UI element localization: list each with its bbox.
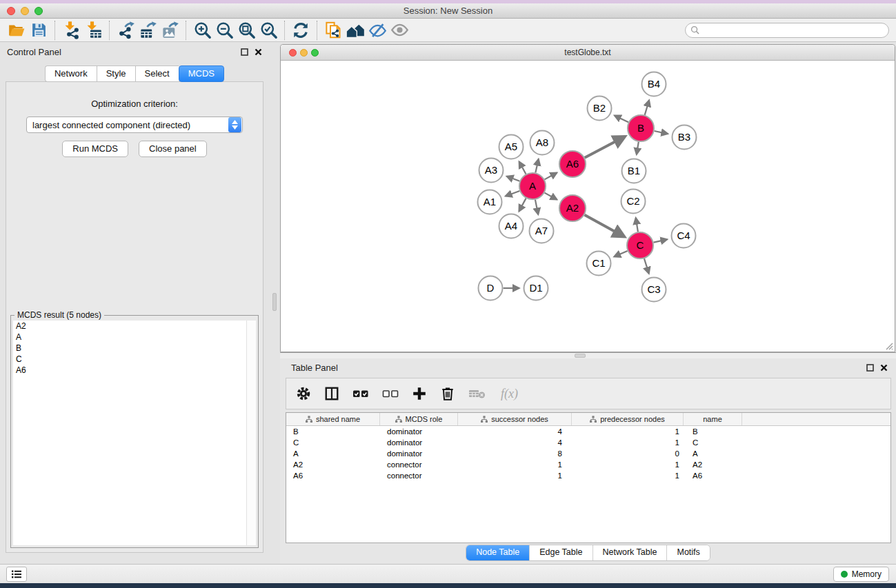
graph-edge-A-A1[interactable]	[506, 191, 519, 196]
network-minimize-icon[interactable]	[300, 49, 308, 57]
mcds-result-title: MCDS result (5 nodes)	[14, 310, 104, 320]
float-panel-icon[interactable]	[241, 48, 248, 56]
graph-edge-A-A6[interactable]	[545, 173, 557, 180]
graph-edge-B-B2[interactable]	[615, 116, 628, 123]
open-session-icon[interactable]	[6, 20, 28, 41]
network-canvas[interactable]: B4B2BB3A5A8A6A3B1AA1C2A2A4A7C4CC1C3DD1	[281, 61, 895, 352]
zoom-out-icon[interactable]	[213, 20, 235, 41]
zoom-in-icon[interactable]	[191, 20, 213, 41]
tab-edge-table[interactable]: Edge Table	[530, 545, 593, 560]
network-graph[interactable]: B4B2BB3A5A8A6A3B1AA1C2A2A4A7C4CC1C3DD1	[281, 61, 895, 352]
graph-edge-A6-B[interactable]	[585, 136, 625, 158]
table-row[interactable]: Cdominator41C	[286, 437, 890, 448]
column-header-name[interactable]: name	[684, 413, 742, 425]
graph-edge-C-C4[interactable]	[654, 239, 668, 242]
mcds-result-list[interactable]: A2ABCA6	[13, 321, 246, 545]
graph-edge-C-C1[interactable]	[614, 251, 627, 256]
graph-edge-B-B4[interactable]	[645, 100, 649, 114]
export-table-icon[interactable]	[137, 20, 159, 41]
float-table-panel-icon[interactable]	[866, 364, 874, 372]
graph-edge-C-C2[interactable]	[636, 218, 638, 232]
zoom-window-icon[interactable]	[34, 7, 43, 15]
graph-edge-A-A2[interactable]	[545, 193, 557, 200]
network-window-titlebar[interactable]: testGlobe.txt	[281, 45, 895, 61]
vertical-splitter[interactable]	[269, 42, 280, 564]
column-header-predecessor-nodes[interactable]: predecessor nodes	[572, 413, 684, 425]
graph-edge-B-B1[interactable]	[637, 142, 639, 154]
horizontal-splitter[interactable]	[280, 352, 896, 358]
horizontal-splitter-handle[interactable]	[575, 354, 586, 358]
create-column-icon[interactable]	[412, 386, 427, 401]
close-panel-icon[interactable]	[255, 48, 262, 56]
run-mcds-button[interactable]: Run MCDS	[62, 141, 128, 157]
node-table[interactable]: shared nameMCDS rolesuccessor nodesprede…	[286, 412, 891, 543]
attribute-tree-icon	[306, 416, 312, 423]
import-network-icon[interactable]	[60, 20, 82, 41]
toolbar-separator	[109, 21, 110, 40]
vertical-splitter-handle[interactable]	[272, 293, 277, 311]
hide-selected-icon[interactable]	[366, 20, 388, 41]
optimization-criterion-label: Optimization criterion:	[6, 99, 263, 109]
mcds-result-item[interactable]: A	[13, 332, 246, 343]
tab-select[interactable]: Select	[135, 65, 179, 82]
show-columns-icon[interactable]	[324, 386, 339, 401]
tab-motifs[interactable]: Motifs	[667, 545, 709, 560]
select-all-columns-icon[interactable]	[352, 386, 369, 401]
network-close-icon[interactable]	[289, 49, 297, 57]
graph-edge-A-A7[interactable]	[535, 200, 538, 214]
export-image-icon[interactable]	[159, 20, 181, 41]
export-network-icon[interactable]	[115, 20, 137, 41]
search-input[interactable]	[699, 24, 888, 37]
graph-edge-B-B3[interactable]	[655, 131, 668, 134]
close-panel-button[interactable]: Close panel	[139, 141, 207, 157]
tab-mcds[interactable]: MCDS	[179, 65, 224, 82]
close-window-icon[interactable]	[7, 7, 15, 15]
task-history-button[interactable]	[6, 567, 27, 582]
unselect-all-columns-icon[interactable]	[382, 386, 399, 401]
table-row[interactable]: A6connector11A6	[286, 470, 890, 481]
tab-style[interactable]: Style	[97, 65, 135, 82]
mcds-result-item[interactable]: B	[13, 343, 246, 354]
graph-edge-C-C3[interactable]	[644, 258, 649, 274]
import-table-icon[interactable]	[82, 20, 104, 41]
zoom-selected-icon[interactable]	[257, 20, 279, 41]
minimize-window-icon[interactable]	[21, 7, 29, 15]
network-zoom-icon[interactable]	[311, 49, 319, 57]
mcds-result-item[interactable]: A2	[13, 321, 246, 332]
toolbar-search[interactable]	[685, 23, 889, 38]
close-table-panel-icon[interactable]	[880, 364, 888, 372]
table-row[interactable]: A2connector11A2	[286, 459, 890, 470]
tab-network-table[interactable]: Network Table	[593, 545, 668, 560]
table-options-icon[interactable]	[296, 386, 311, 401]
show-all-icon[interactable]	[388, 20, 410, 41]
table-tabs: Node Table Edge Table Network Table Moti…	[280, 545, 896, 561]
graph-edge-A-A5[interactable]	[519, 162, 526, 174]
column-header-successor-nodes[interactable]: successor nodes	[458, 413, 572, 425]
graph-node-label-A7: A7	[535, 225, 548, 236]
mcds-result-item[interactable]: A6	[13, 365, 246, 376]
mcds-result-scrollbar[interactable]	[246, 321, 256, 545]
graph-edge-A-A8[interactable]	[535, 159, 538, 173]
optimization-criterion-dropdown[interactable]: largest connected component (directed)	[26, 116, 243, 133]
mcds-result-item[interactable]: C	[13, 354, 246, 365]
memory-button[interactable]: Memory	[833, 567, 889, 582]
function-builder-icon[interactable]: f(x)	[499, 385, 526, 402]
graph-node-label-D1: D1	[529, 282, 542, 294]
graph-edge-A-A4[interactable]	[519, 199, 526, 212]
refresh-icon[interactable]	[290, 20, 312, 41]
new-network-from-selection-icon[interactable]	[322, 20, 344, 41]
resize-grip-icon[interactable]	[884, 341, 893, 350]
table-row[interactable]: Bdominator41B	[286, 426, 890, 437]
graph-edge-A2-C[interactable]	[585, 215, 625, 237]
column-header-MCDS-role[interactable]: MCDS role	[380, 413, 458, 425]
save-session-icon[interactable]	[28, 20, 50, 41]
tab-network[interactable]: Network	[45, 65, 97, 82]
table-row[interactable]: Adominator80A	[286, 448, 890, 459]
column-header-shared-name[interactable]: shared name	[286, 413, 380, 425]
zoom-fit-icon[interactable]	[235, 20, 257, 41]
tab-node-table[interactable]: Node Table	[466, 545, 530, 560]
delete-table-icon[interactable]	[468, 386, 486, 401]
graph-edge-A-A3[interactable]	[507, 176, 519, 181]
delete-columns-icon[interactable]	[440, 386, 455, 401]
first-neighbors-icon[interactable]	[344, 20, 366, 41]
